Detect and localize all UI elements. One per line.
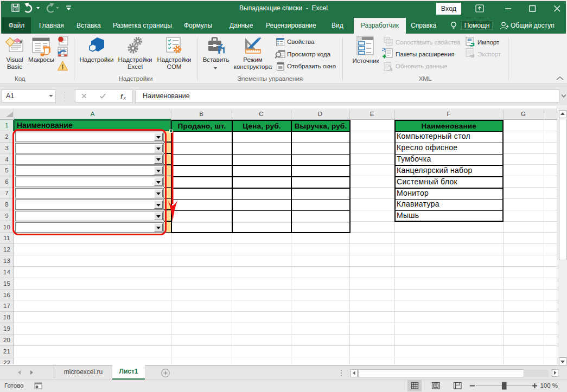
svg-text:x: x <box>123 95 126 101</box>
